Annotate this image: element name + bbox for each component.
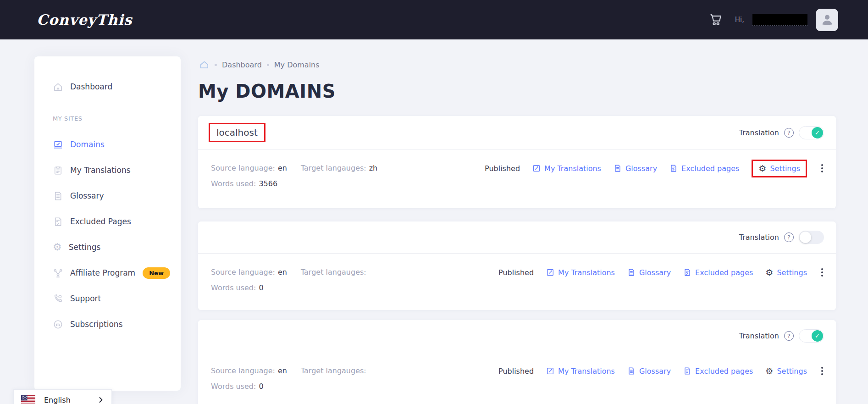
status-published: Published [485,164,520,173]
status-published: Published [498,367,534,376]
my-translations-label: My Translations [544,164,601,173]
my-translations-link[interactable]: My Translations [546,268,615,277]
settings-link[interactable]: ⚙ Settings [765,268,807,277]
settings-link[interactable]: ⚙ Settings [758,164,800,173]
sidebar: Dashboard MY SITES Domains My Translatio… [34,56,181,391]
excluded-pages-link[interactable]: Excluded pages [669,164,739,173]
gear-icon: ⚙ [765,268,773,277]
language-switcher[interactable]: English [13,389,112,404]
breadcrumb-item-my-domains[interactable]: My Domains [274,61,320,69]
document-icon [53,191,63,201]
domain-card: Translation ? Source language:en Target … [198,221,836,310]
more-options-kebab-icon[interactable] [819,366,825,376]
sidebar-item-support[interactable]: Support [34,286,181,311]
settings-label: Settings [777,367,807,376]
gear-icon: ⚙ [765,367,773,376]
excluded-pages-label: Excluded pages [695,367,753,376]
more-options-kebab-icon[interactable] [819,267,825,277]
my-translations-link[interactable]: My Translations [546,367,615,376]
target-languages-label: Target langauges: [301,268,366,277]
edit-document-icon [532,164,541,172]
toggle-knob-check-icon: ✓ [812,330,823,342]
my-translations-link[interactable]: My Translations [532,164,601,173]
top-header: ConveyThis Hi, [0,0,868,39]
source-language-label: Source language: [211,268,275,277]
settings-label: Settings [770,164,800,173]
more-options-kebab-icon[interactable] [819,163,825,173]
sidebar-item-label: Domains [70,140,105,149]
sidebar-item-settings[interactable]: ⚙ Settings [34,234,181,260]
source-language-label: Source language: [211,366,275,375]
document-icon [627,268,636,277]
sidebar-item-dashboard[interactable]: Dashboard [34,74,181,100]
cart-icon[interactable] [708,12,723,27]
page-title: My DOMAINS [198,81,336,102]
help-question-icon[interactable]: ? [784,128,794,138]
source-language-value: en [278,268,287,277]
words-used-value: 0 [259,382,263,391]
target-languages-value: zh [369,164,378,172]
translation-label: Translation [739,332,779,340]
source-language-label: Source language: [211,164,275,172]
words-used-value: 0 [259,283,263,292]
sidebar-section-my-sites: MY SITES [53,115,181,123]
translation-toggle[interactable]: ✓ [799,126,824,139]
status-published: Published [498,268,534,277]
chart-circle-icon [53,319,63,330]
translation-label: Translation [739,128,779,137]
target-languages-label: Target langauges: [301,164,366,172]
annotation-red-box: localhost [209,123,265,142]
glossary-link[interactable]: Glossary [614,164,657,173]
document-icon [614,164,622,172]
glossary-link[interactable]: Glossary [627,367,671,376]
excluded-pages-link[interactable]: Excluded pages [683,268,753,277]
sidebar-item-label: Glossary [70,191,104,200]
conveythis-logo: ConveyThis [37,11,132,28]
domain-card: Translation ? ✓ Source language:en Targe… [198,320,836,404]
document-check-icon [53,216,63,227]
sidebar-item-subscriptions[interactable]: Subscriptions [34,311,181,337]
chevron-right-icon [98,397,104,403]
edit-document-icon [546,367,554,375]
translation-toggle[interactable]: ✓ [799,329,824,343]
person-icon [819,12,835,28]
sidebar-item-domains[interactable]: Domains [34,132,181,157]
settings-link[interactable]: ⚙ Settings [765,367,807,376]
sidebar-item-glossary[interactable]: Glossary [34,183,181,209]
sidebar-item-excluded-pages[interactable]: Excluded Pages [34,209,181,234]
sidebar-item-my-translations[interactable]: My Translations [34,157,181,183]
sidebar-item-affiliate-program[interactable]: Affiliate Program New [34,260,181,286]
words-used-label: Words used: [211,283,256,292]
annotation-red-box: ⚙ Settings [752,160,807,177]
gear-icon: ⚙ [53,242,62,253]
toggle-knob [800,232,811,243]
home-icon[interactable] [199,60,210,70]
translation-label: Translation [739,233,779,242]
clipboard-icon [53,165,63,176]
my-translations-label: My Translations [558,367,615,376]
document-check-icon [683,268,691,277]
language-label: English [44,396,98,404]
support-phone-icon [53,293,63,304]
greeting-text: Hi, [735,16,744,24]
breadcrumb: Dashboard My Domains [199,58,320,71]
breadcrumb-item-dashboard[interactable]: Dashboard [222,61,262,69]
sidebar-item-label: Dashboard [70,82,112,91]
words-used-label: Words used: [211,179,256,188]
my-translations-label: My Translations [558,268,615,277]
network-icon [53,268,63,278]
translation-toggle[interactable] [799,231,824,244]
help-question-icon[interactable]: ? [784,232,794,242]
excluded-pages-link[interactable]: Excluded pages [683,367,753,376]
sidebar-item-label: Subscriptions [70,320,122,329]
source-language-value: en [278,366,287,375]
breadcrumb-separator [267,64,269,66]
glossary-label: Glossary [639,367,671,376]
user-avatar[interactable] [816,9,838,31]
help-question-icon[interactable]: ? [784,331,794,341]
edit-document-icon [546,268,554,277]
domain-name: localhost [216,127,258,138]
document-icon [627,367,636,375]
glossary-link[interactable]: Glossary [627,268,671,277]
us-flag-icon [21,395,35,404]
